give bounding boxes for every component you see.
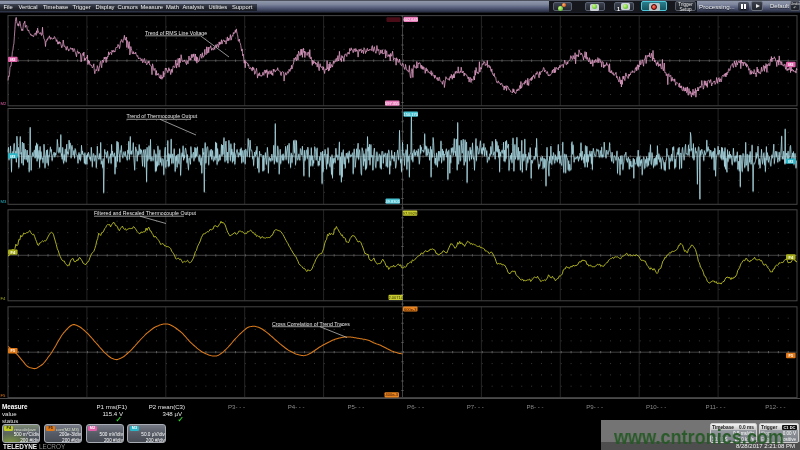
svg-text:M2: M2 <box>10 58 15 62</box>
svg-text:M3: M3 <box>10 155 15 159</box>
svg-text:M2: M2 <box>788 63 793 67</box>
svg-text:49.8301: 49.8301 <box>385 199 400 204</box>
svg-text:602.645: 602.645 <box>403 17 418 22</box>
svg-text:Cross Correlation of Trend Tra: Cross Correlation of Trend Traces <box>272 321 350 327</box>
svg-text:Trend of RMS Line Voltage: Trend of RMS Line Voltage <box>145 30 207 36</box>
svg-text:F5: F5 <box>789 354 793 358</box>
svg-text:2.00714: 2.00714 <box>388 295 403 300</box>
svg-text:97.9929: 97.9929 <box>403 211 418 216</box>
svg-text:F4: F4 <box>1 296 7 301</box>
svg-text:597.355: 597.355 <box>385 101 400 106</box>
svg-text:F5: F5 <box>1 393 7 398</box>
svg-text:Filtered and Rescaled Thermoco: Filtered and Rescaled Thermocouple Outpu… <box>94 210 197 216</box>
svg-text:M2: M2 <box>1 101 7 106</box>
svg-text:M3: M3 <box>1 199 7 204</box>
svg-text:F5: F5 <box>11 349 15 353</box>
svg-text:M3: M3 <box>788 160 793 164</box>
svg-text:Trend of Thermocouple Output: Trend of Thermocouple Output <box>127 113 198 119</box>
svg-text:150.170: 150.170 <box>403 112 418 117</box>
svg-text:600e-3: 600e-3 <box>404 307 417 312</box>
svg-text:400e-3: 400e-3 <box>385 392 398 397</box>
